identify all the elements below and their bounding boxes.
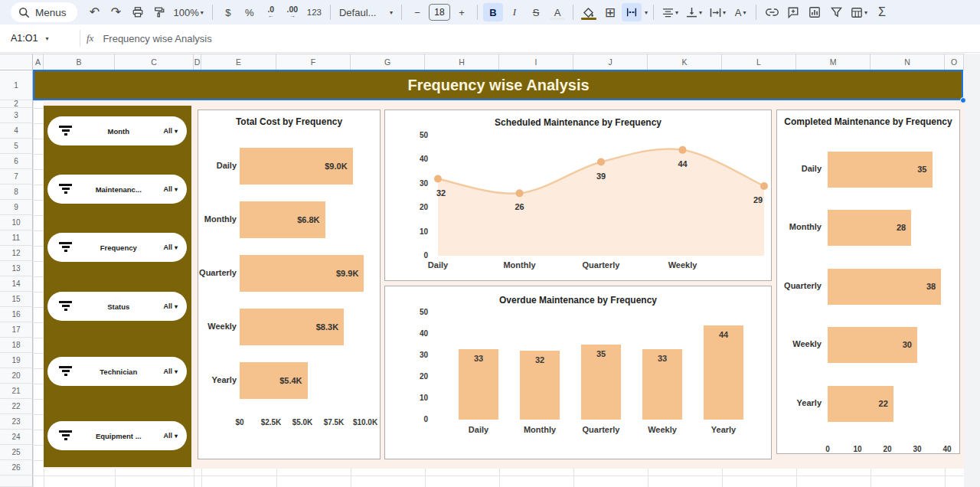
bold-button[interactable]: B	[483, 3, 503, 21]
chart-overdue-maintenance[interactable]: Overdue Maintenance by Frequency01020304…	[384, 286, 772, 459]
column-header-L[interactable]: L	[722, 54, 796, 70]
row-header-13[interactable]: 13	[0, 261, 33, 276]
row-header-9[interactable]: 9	[0, 200, 33, 215]
filter-value[interactable]: All▾	[163, 244, 178, 251]
row-header-1[interactable]: 1	[0, 70, 33, 100]
name-box[interactable]: A1:O1 ▾	[0, 33, 74, 44]
insert-link-button[interactable]	[762, 3, 782, 21]
row-header-10[interactable]: 10	[0, 215, 33, 230]
filter-pill-equipment-[interactable]: Equipment ...All▾	[47, 421, 187, 450]
row-header-2[interactable]: 2	[0, 100, 33, 108]
italic-button[interactable]: I	[505, 3, 524, 21]
font-size-input[interactable]: 18	[429, 4, 450, 21]
merge-dropdown-arrow-icon[interactable]: ▾	[645, 9, 648, 16]
row-header-15[interactable]: 15	[0, 292, 33, 307]
filter-icon-bar	[59, 301, 72, 303]
text-color-button[interactable]: A	[547, 3, 567, 21]
row-header-25[interactable]: 25	[0, 445, 33, 460]
column-header-J[interactable]: J	[573, 54, 648, 70]
print-button[interactable]	[128, 3, 148, 21]
chart-scheduled-maintenance[interactable]: Scheduled Maintenance by Frequency010203…	[384, 109, 772, 281]
formula-input[interactable]: Frequency wise Analysis	[103, 33, 211, 44]
row-header-11[interactable]: 11	[0, 230, 33, 246]
row-header-19[interactable]: 19	[0, 353, 33, 368]
chart-completed-maintenance[interactable]: Completed Maintenance by FrequencyDaily3…	[776, 109, 960, 454]
column-header-D[interactable]: D	[194, 54, 201, 70]
column-header-O[interactable]: O	[945, 54, 964, 70]
column-header-N[interactable]: N	[871, 54, 945, 70]
column-header-C[interactable]: C	[115, 54, 194, 70]
column-header-K[interactable]: K	[648, 54, 722, 70]
row-header-26[interactable]: 26	[0, 460, 33, 476]
filter-value[interactable]: All▾	[163, 368, 178, 375]
functions-button[interactable]: Σ	[872, 3, 892, 21]
align-center-icon	[662, 8, 674, 18]
row-header-6[interactable]: 6	[0, 154, 33, 169]
row-header-16[interactable]: 16	[0, 307, 33, 322]
strikethrough-button[interactable]: S	[526, 3, 546, 21]
increase-font-size-button[interactable]: +	[452, 3, 472, 21]
zoom-select[interactable]: 100% ▾	[171, 3, 207, 21]
redo-button[interactable]: ↷	[106, 3, 126, 21]
filter-value[interactable]: All▾	[163, 302, 178, 310]
menus-button[interactable]: Menus	[11, 2, 77, 22]
column-header-I[interactable]: I	[499, 54, 573, 70]
format-currency-button[interactable]: $	[218, 3, 238, 21]
filter-pill-status[interactable]: StatusAll▾	[47, 292, 187, 321]
insert-chart-button[interactable]	[805, 3, 825, 21]
column-header-E[interactable]: E	[201, 54, 276, 70]
column-header-G[interactable]: G	[351, 54, 425, 70]
row-header-17[interactable]: 17	[0, 322, 33, 338]
fill-color-button[interactable]	[579, 3, 599, 21]
font-select[interactable]: Defaul... ▾	[336, 3, 396, 21]
print-icon	[132, 6, 144, 18]
horizontal-align-button[interactable]: ▾	[659, 3, 681, 21]
column-header-A[interactable]: A	[33, 54, 44, 70]
merge-cells-button[interactable]	[622, 3, 642, 21]
select-all-corner[interactable]	[0, 54, 33, 70]
row-header-7[interactable]: 7	[0, 169, 33, 185]
insert-comment-button[interactable]	[783, 3, 803, 21]
column-header-F[interactable]: F	[276, 54, 351, 70]
filter-pill-technician[interactable]: TechnicianAll▾	[47, 357, 187, 386]
format-percent-button[interactable]: %	[240, 3, 260, 21]
filter-value[interactable]: All▾	[163, 432, 178, 440]
row-header-5[interactable]: 5	[0, 139, 33, 154]
filter-pill-month[interactable]: MonthAll▾	[47, 116, 187, 145]
filter-value[interactable]: All▾	[163, 185, 178, 193]
column-header-M[interactable]: M	[796, 54, 871, 70]
column-header-H[interactable]: H	[425, 54, 499, 70]
row-header-partial[interactable]	[0, 476, 33, 487]
search-icon	[18, 7, 30, 18]
row-header-3[interactable]: 3	[0, 108, 33, 123]
row-header-22[interactable]: 22	[0, 399, 33, 414]
increase-decimal-button[interactable]: .00→	[283, 3, 302, 21]
filter-pill-frequency[interactable]: FrequencyAll▾	[47, 233, 187, 262]
undo-button[interactable]: ↶	[85, 3, 105, 21]
row-header-20[interactable]: 20	[0, 368, 33, 384]
chart-total-cost[interactable]: Total Cost by FrequencyDaily$9.0KMonthly…	[198, 109, 381, 459]
borders-button[interactable]: ⊞	[600, 3, 620, 21]
row-header-8[interactable]: 8	[0, 185, 33, 200]
text-rotation-button[interactable]: A ▾	[730, 3, 750, 21]
column-header-B[interactable]: B	[44, 54, 115, 70]
paint-format-button[interactable]	[149, 3, 169, 21]
row-header-24[interactable]: 24	[0, 430, 33, 445]
row-header-18[interactable]: 18	[0, 338, 33, 353]
filter-value[interactable]: All▾	[163, 127, 178, 135]
row-header-4[interactable]: 4	[0, 123, 33, 139]
y-axis-tick: 40	[405, 329, 428, 338]
filter-pill-maintenanc-[interactable]: Maintenanc...All▾	[47, 175, 187, 204]
decrease-font-size-button[interactable]: −	[407, 3, 427, 21]
decrease-decimal-button[interactable]: .0←	[261, 3, 281, 21]
row-header-21[interactable]: 21	[0, 384, 33, 399]
row-header-23[interactable]: 23	[0, 414, 33, 430]
text-wrap-button[interactable]: ▾	[707, 3, 729, 21]
fill-handle[interactable]	[960, 97, 966, 103]
create-filter-button[interactable]	[826, 3, 846, 21]
more-formats-button[interactable]: 123	[304, 3, 325, 21]
vertical-align-button[interactable]: ▾	[683, 3, 705, 21]
filter-views-button[interactable]: ▾	[848, 3, 871, 21]
row-header-14[interactable]: 14	[0, 276, 33, 292]
row-header-12[interactable]: 12	[0, 246, 33, 261]
